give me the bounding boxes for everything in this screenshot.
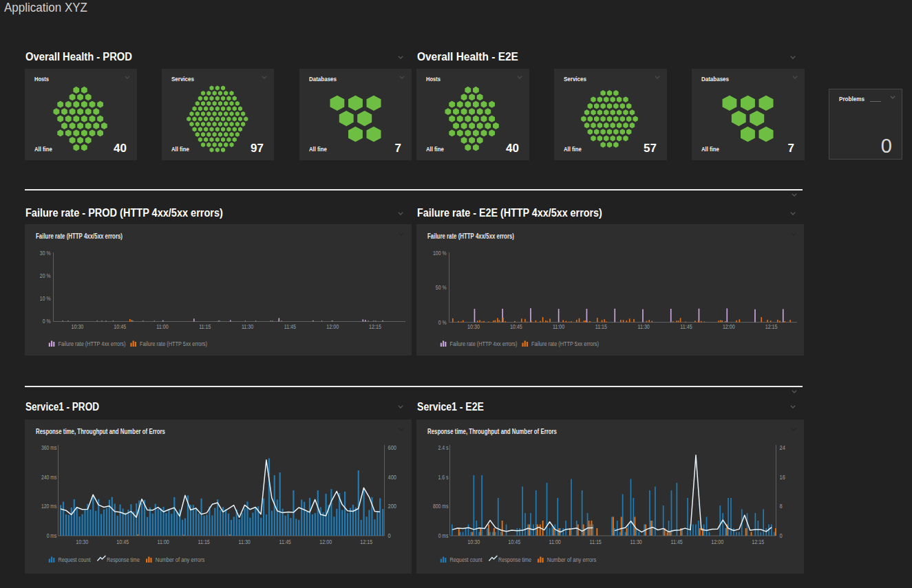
svg-text:11:45: 11:45: [671, 538, 683, 545]
svg-text:600: 600: [388, 444, 397, 451]
svg-text:Failure rate (HTTP 4xx/5xx err: Failure rate (HTTP 4xx/5xx errors): [427, 232, 514, 240]
svg-text:100 %: 100 %: [433, 250, 447, 257]
svg-text:Request count: Request count: [450, 556, 482, 563]
svg-text:11:00: 11:00: [156, 323, 168, 330]
svg-text:11:00: 11:00: [158, 538, 169, 545]
svg-text:50 %: 50 %: [436, 284, 447, 291]
svg-text:11:15: 11:15: [199, 323, 211, 330]
svg-text:12:15: 12:15: [765, 323, 778, 330]
svg-text:11:15: 11:15: [590, 538, 602, 545]
svg-text:800 ms: 800 ms: [433, 503, 449, 510]
svg-text:11:45: 11:45: [680, 323, 692, 330]
svg-text:10:30: 10:30: [467, 323, 480, 330]
svg-text:Response time: Response time: [498, 556, 531, 563]
svg-text:12:15: 12:15: [752, 538, 764, 545]
svg-text:Number of any errors: Number of any errors: [547, 556, 597, 563]
svg-text:0: 0: [388, 532, 391, 539]
svg-text:Failure rate (HTTP 4xx/5xx err: Failure rate (HTTP 4xx/5xx errors): [36, 232, 123, 240]
svg-text:Response time, Throughput and: Response time, Throughput and Number of …: [427, 428, 557, 435]
svg-text:10:45: 10:45: [510, 323, 522, 330]
svg-text:12:00: 12:00: [723, 323, 735, 330]
svg-text:30 %: 30 %: [40, 250, 51, 257]
svg-text:24: 24: [780, 444, 785, 451]
svg-text:10 %: 10 %: [40, 295, 51, 302]
svg-text:12:00: 12:00: [319, 538, 332, 545]
svg-text:11:15: 11:15: [595, 323, 607, 330]
svg-text:0 ms: 0 ms: [47, 532, 57, 539]
svg-text:10:30: 10:30: [76, 538, 88, 545]
svg-text:12:00: 12:00: [326, 323, 339, 330]
svg-text:Failure rate (HTTP 4xx errors): Failure rate (HTTP 4xx errors): [450, 340, 518, 347]
svg-text:Response time, Throughput and: Response time, Throughput and Number of …: [36, 428, 165, 435]
svg-text:20 %: 20 %: [40, 272, 51, 279]
svg-text:8: 8: [780, 503, 783, 510]
svg-text:11:15: 11:15: [198, 538, 210, 545]
svg-text:10:30: 10:30: [467, 538, 480, 545]
svg-text:Request count: Request count: [59, 556, 91, 563]
svg-text:11:00: 11:00: [553, 323, 564, 330]
svg-text:0: 0: [780, 532, 783, 539]
svg-text:11:45: 11:45: [284, 323, 296, 330]
svg-text:10:45: 10:45: [116, 538, 129, 545]
svg-text:360 ms: 360 ms: [41, 444, 57, 451]
svg-text:10:45: 10:45: [508, 538, 520, 545]
svg-text:11:45: 11:45: [279, 538, 291, 545]
svg-text:11:00: 11:00: [549, 538, 561, 545]
svg-text:0 %: 0 %: [438, 319, 447, 326]
svg-text:11:30: 11:30: [638, 323, 650, 330]
svg-text:12:15: 12:15: [360, 538, 372, 545]
svg-text:11:30: 11:30: [630, 538, 642, 545]
svg-text:11:30: 11:30: [242, 323, 253, 330]
svg-text:200: 200: [388, 503, 397, 510]
svg-text:0 ms: 0 ms: [438, 532, 449, 539]
svg-text:400: 400: [388, 474, 397, 481]
svg-text:16: 16: [780, 474, 785, 481]
svg-text:Number of any errors: Number of any errors: [156, 556, 205, 563]
svg-text:120 ms: 120 ms: [41, 503, 57, 510]
svg-text:Failure rate (HTTP 5xx errors): Failure rate (HTTP 5xx errors): [531, 340, 599, 347]
svg-text:Failure rate (HTTP 5xx errors): Failure rate (HTTP 5xx errors): [140, 340, 207, 347]
svg-text:10:45: 10:45: [114, 323, 126, 330]
svg-text:1.6 s: 1.6 s: [438, 474, 449, 481]
svg-text:12:00: 12:00: [711, 538, 723, 545]
svg-text:2.4 s: 2.4 s: [438, 444, 449, 451]
svg-text:240 ms: 240 ms: [41, 474, 57, 481]
svg-text:11:30: 11:30: [239, 538, 251, 545]
svg-text:Response time: Response time: [107, 556, 140, 563]
svg-text:12:15: 12:15: [369, 323, 381, 330]
svg-text:Failure rate (HTTP 4xx errors): Failure rate (HTTP 4xx errors): [59, 340, 126, 347]
svg-text:10:30: 10:30: [71, 323, 83, 330]
svg-text:0 %: 0 %: [43, 318, 51, 325]
